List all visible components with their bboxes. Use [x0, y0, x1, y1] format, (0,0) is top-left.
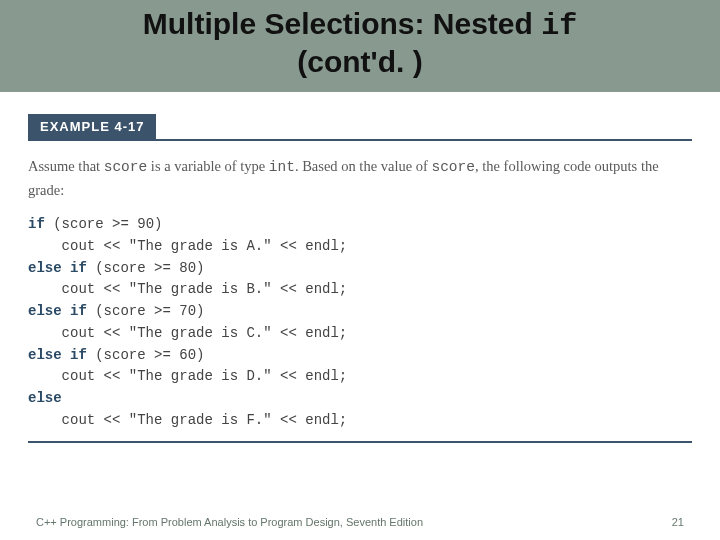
slide: Multiple Selections: Nested if (cont'd. … [0, 0, 720, 540]
intro-var2: int [269, 159, 295, 175]
code-l1: (score >= 90) [45, 216, 163, 232]
footer-text: C++ Programming: From Problem Analysis t… [36, 516, 423, 528]
code-l2: cout << "The grade is A." << endl; [28, 238, 347, 254]
code-l4: cout << "The grade is B." << endl; [28, 281, 347, 297]
kw-else: else [28, 390, 62, 406]
slide-title: Multiple Selections: Nested if (cont'd. … [20, 6, 700, 80]
example-label: EXAMPLE 4-17 [28, 114, 156, 139]
code-l6: cout << "The grade is C." << endl; [28, 325, 347, 341]
title-pre: Multiple Selections: Nested [143, 7, 541, 40]
intro-pre: Assume that [28, 158, 104, 174]
bottom-rule [28, 441, 692, 443]
code-l5: (score >= 70) [87, 303, 205, 319]
title-post: (cont'd. ) [297, 45, 422, 78]
title-code: if [541, 9, 577, 43]
code-l10: cout << "The grade is F." << endl; [28, 412, 347, 428]
intro-var3: score [431, 159, 475, 175]
code-block: if (score >= 90) cout << "The grade is A… [28, 214, 692, 431]
code-l3: (score >= 80) [87, 260, 205, 276]
content-area: EXAMPLE 4-17 Assume that score is a vari… [0, 92, 720, 443]
kw-if: if [28, 216, 45, 232]
kw-elseif-3: else if [28, 347, 87, 363]
intro-mid2: . Based on the value of [295, 158, 432, 174]
code-l8: cout << "The grade is D." << endl; [28, 368, 347, 384]
top-rule [28, 139, 692, 141]
kw-elseif-1: else if [28, 260, 87, 276]
title-band: Multiple Selections: Nested if (cont'd. … [0, 0, 720, 92]
footer: C++ Programming: From Problem Analysis t… [0, 516, 720, 528]
code-l7: (score >= 60) [87, 347, 205, 363]
kw-elseif-2: else if [28, 303, 87, 319]
intro-var1: score [104, 159, 148, 175]
page-number: 21 [672, 516, 684, 528]
intro-text: Assume that score is a variable of type … [28, 155, 692, 202]
intro-mid1: is a variable of type [147, 158, 269, 174]
